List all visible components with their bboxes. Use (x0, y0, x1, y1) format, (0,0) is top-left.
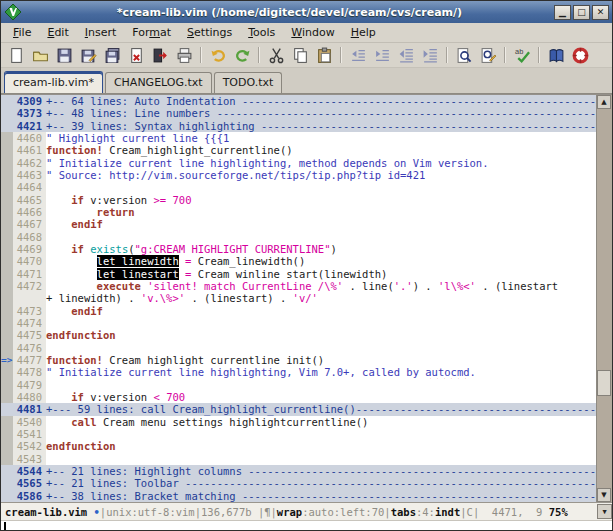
command-line[interactable] (1, 520, 612, 531)
line-number: 4309 (13, 95, 46, 107)
sign-column (1, 490, 13, 502)
sign-column (1, 181, 13, 193)
line-text: +-- 64 lines: Auto Indentation ---------… (46, 95, 596, 107)
line-text: if v:version >= 700 (46, 194, 596, 206)
save-as-icon[interactable] (76, 45, 100, 66)
menu-window[interactable]: Window (283, 24, 342, 41)
code-line: 4541 (1, 428, 596, 440)
fold-line[interactable]: 4481+--- 59 lines: call Cream_highlight_… (1, 403, 596, 415)
sign-column (1, 428, 13, 440)
sign-marker: => (1, 354, 13, 366)
status-file: cream-lib.vim (5, 506, 87, 518)
exit-icon[interactable] (148, 45, 172, 66)
line-number: 4468 (13, 231, 46, 243)
print-icon[interactable] (172, 45, 196, 66)
menu-file[interactable]: File (5, 24, 39, 41)
line-number: 4479 (13, 379, 46, 391)
status-dropdown-button[interactable]: ▼ (597, 504, 612, 519)
indent-block-icon[interactable] (418, 45, 442, 66)
line-number: 4586 (13, 490, 46, 502)
fold-line[interactable]: 4544+-- 21 lines: Highlight columns ----… (1, 465, 596, 477)
tab-todo-txt[interactable]: TODO.txt (214, 72, 283, 93)
fold-line[interactable]: 4586+-- 38 lines: Bracket matching -----… (1, 490, 596, 502)
find-replace-icon[interactable] (476, 45, 500, 66)
code-line: 4468 (1, 231, 596, 243)
indent-icon[interactable] (370, 45, 394, 66)
code-line: 4476 (1, 342, 596, 354)
scroll-down-button[interactable]: ▼ (597, 488, 611, 502)
fold-line[interactable]: 4565+-- 21 lines: Toolbar --------------… (1, 477, 596, 489)
text-cursor (4, 522, 6, 531)
sign-column (1, 416, 13, 428)
scrollbar-thumb[interactable] (597, 370, 611, 396)
line-text: " Initialize current line highlighting, … (46, 366, 596, 378)
code-line: 4467 endif (1, 218, 596, 230)
tab-bar: cream-lib.vim*CHANGELOG.txtTODO.txt (1, 68, 612, 94)
close-file-icon[interactable] (124, 45, 148, 66)
unindent-block-icon[interactable] (394, 45, 418, 66)
line-number: 4480 (13, 391, 46, 403)
tab-cream-lib-vim-[interactable]: cream-lib.vim* (4, 71, 103, 93)
line-text: function! Cream_highlight_currentline() (46, 144, 596, 156)
menu-format[interactable]: Format (124, 24, 179, 41)
open-folder-icon[interactable] (28, 45, 52, 66)
menu-insert[interactable]: Insert (77, 24, 125, 41)
sign-column (1, 231, 13, 243)
line-text (46, 181, 596, 193)
copy-icon[interactable] (288, 45, 312, 66)
sign-column (1, 218, 13, 230)
menu-tools[interactable]: Tools (240, 24, 283, 41)
status-bold: tabs (391, 506, 416, 518)
maximize-button[interactable]: □ (573, 5, 590, 20)
toolbar-separator (258, 47, 260, 63)
code-line: 4461function! Cream_highlight_currentlin… (1, 144, 596, 156)
status-dim: :auto:left:70| (302, 506, 391, 518)
spell-check-icon[interactable]: ab (510, 45, 534, 66)
code-buffer[interactable]: 4309+-- 64 lines: Auto Indentation -----… (1, 95, 596, 502)
line-text: +-- 21 lines: Highlight columns --------… (46, 465, 596, 477)
toolbar-separator (200, 47, 202, 63)
dictionary-icon[interactable] (544, 45, 568, 66)
fold-line[interactable]: 4309+-- 64 lines: Auto Indentation -----… (1, 95, 596, 107)
cut-icon[interactable] (264, 45, 288, 66)
scroll-up-button[interactable]: ▲ (597, 95, 611, 109)
toolbar: ab (1, 43, 612, 68)
title-bar[interactable]: *cream-lib.vim (/home/digitect/devel/cre… (1, 1, 612, 23)
menu-settings[interactable]: Settings (179, 24, 240, 41)
unindent-icon[interactable] (346, 45, 370, 66)
menu-edit[interactable]: Edit (39, 24, 76, 41)
paste-icon[interactable] (312, 45, 336, 66)
fold-line[interactable]: 4373+-- 48 lines: Line numbers ---------… (1, 107, 596, 119)
line-number: 4469 (13, 243, 46, 255)
line-number: 4540 (13, 416, 46, 428)
new-file-icon[interactable] (4, 45, 28, 66)
toolbar-separator (446, 47, 448, 63)
line-text: " Highlight current line {{{1 (46, 132, 596, 144)
line-number: 4565 (13, 477, 46, 489)
line-number: 4460 (13, 132, 46, 144)
save-icon[interactable] (52, 45, 76, 66)
tab-changelog-txt[interactable]: CHANGELOG.txt (105, 72, 212, 93)
vertical-scrollbar[interactable]: ▲ ▼ (596, 95, 612, 502)
code-line: 4470 let linewidth = Cream_linewidth() (1, 255, 596, 267)
sign-column (1, 440, 13, 452)
sign-column (1, 379, 13, 391)
line-text (46, 379, 596, 391)
status-bold: wrap (277, 506, 302, 518)
sign-column (1, 95, 13, 107)
save-all-icon[interactable] (100, 45, 124, 66)
minimize-button[interactable]: ▁ (554, 5, 571, 20)
help-icon[interactable] (568, 45, 592, 66)
menu-help[interactable]: Help (343, 24, 384, 41)
fold-line[interactable]: 4421+-- 39 lines: Syntax highlighting --… (1, 120, 596, 132)
redo-icon[interactable] (230, 45, 254, 66)
undo-icon[interactable] (206, 45, 230, 66)
sign-column (1, 280, 13, 292)
find-icon[interactable] (452, 45, 476, 66)
close-button[interactable]: ✕ (592, 5, 609, 20)
code-line: 4540 call Cream_menu_settings_highlightc… (1, 416, 596, 428)
status-dim: |C| 4471, 9 (460, 506, 549, 518)
line-number: 4421 (13, 120, 46, 132)
sign-column (1, 305, 13, 317)
line-text (46, 428, 596, 440)
